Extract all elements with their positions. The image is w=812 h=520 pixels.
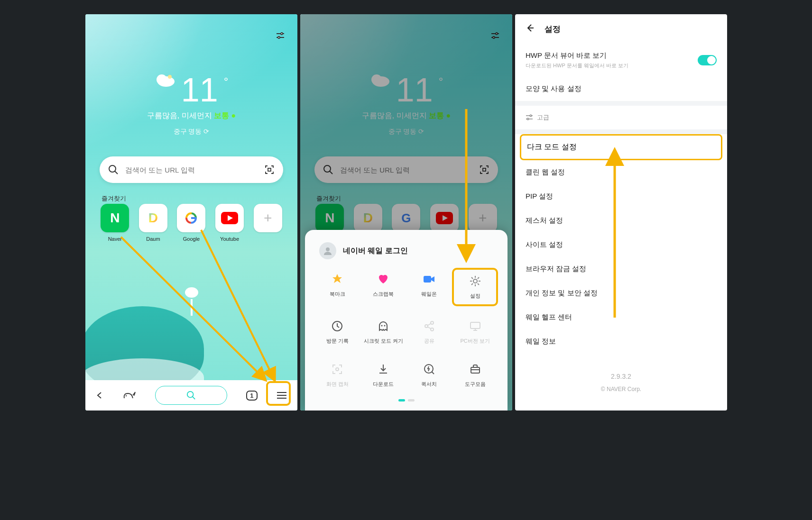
settings-list: 다크 모드 설정클린 웹 설정PIP 설정제스처 설정사이트 설정브라우저 잠금… xyxy=(515,134,727,354)
settings-footer: 2.9.3.2 © NAVER Corp. xyxy=(515,354,727,411)
hwp-title: HWP 문서 뷰어 바로 보기 xyxy=(526,51,628,60)
section-advanced: 고급 xyxy=(515,106,727,129)
menu-item-ghost[interactable]: 시크릿 모드 켜기 xyxy=(360,315,406,349)
svg-rect-53 xyxy=(471,322,480,328)
weather-location[interactable]: 중구 명동 ⟳ xyxy=(85,128,297,136)
copyright-label: © NAVER Corp. xyxy=(515,386,727,392)
setting-row[interactable]: 제스처 설정 xyxy=(515,209,727,233)
monitor-icon xyxy=(469,319,481,333)
svg-point-16 xyxy=(126,395,127,396)
svg-line-58 xyxy=(432,372,434,374)
separator xyxy=(515,101,727,106)
menu-item-toolbox[interactable]: 도구모음 xyxy=(452,358,498,392)
setting-row[interactable]: 브라우저 잠금 설정 xyxy=(515,257,727,281)
google-icon xyxy=(177,204,205,232)
setting-row[interactable]: 사이트 설정 xyxy=(515,233,727,257)
quicksearch-icon xyxy=(423,363,435,376)
menu-item-label: 도구모음 xyxy=(465,381,486,388)
menu-item-gear[interactable]: 설정 xyxy=(452,268,498,306)
youtube-icon xyxy=(215,204,244,232)
search-icon xyxy=(108,164,119,175)
svg-line-51 xyxy=(427,324,431,326)
svg-point-7 xyxy=(109,165,116,172)
svg-point-17 xyxy=(187,392,194,398)
svg-point-47 xyxy=(384,325,386,327)
phone-1-home: 11 ° 구름많음, 미세먼지 보통 ● 중구 명동 ⟳ 즐겨찾기 N Nave… xyxy=(85,14,297,411)
favorite-youtube[interactable]: Youtube xyxy=(214,204,245,242)
favorite-naver[interactable]: N Naver xyxy=(100,204,130,242)
sprout-decoration xyxy=(185,287,199,316)
naver-icon: N xyxy=(101,204,129,232)
search-pill-button[interactable] xyxy=(155,386,227,405)
setting-row[interactable]: PIP 설정 xyxy=(515,184,727,209)
menu-item-label: 북마크 xyxy=(330,291,345,298)
menu-item-video[interactable]: 웨일온 xyxy=(406,268,452,306)
filter-icon[interactable] xyxy=(276,31,285,43)
screenshot-composite: 11 ° 구름많음, 미세먼지 보통 ● 중구 명동 ⟳ 즐겨찾기 N Nave… xyxy=(85,14,727,411)
login-label: 네이버 웨일 로그인 xyxy=(343,246,408,256)
sheet-header[interactable]: 네이버 웨일 로그인 xyxy=(314,239,498,268)
whale-logo-icon[interactable] xyxy=(122,391,136,400)
setting-row[interactable]: 클린 웹 설정 xyxy=(515,160,727,184)
menu-item-heart[interactable]: 스크랩북 xyxy=(360,268,406,306)
favorite-add[interactable]: + xyxy=(252,204,283,242)
setting-row[interactable]: 개인 정보 및 보안 설정 xyxy=(515,281,727,305)
menu-item-download[interactable]: 다운로드 xyxy=(360,358,406,392)
setting-row[interactable]: 웨일 헬프 센터 xyxy=(515,305,727,329)
search-icon xyxy=(186,391,196,400)
favorite-daum[interactable]: D Daum xyxy=(138,204,169,242)
temperature: 11 xyxy=(181,71,218,109)
hwp-subtitle: 다운로드된 HWP 문서를 웨일에서 바로 보기 xyxy=(526,62,628,69)
star-icon xyxy=(331,273,343,286)
menu-item-share: 공유 xyxy=(406,315,452,349)
menu-item-label: 설정 xyxy=(470,292,480,300)
avatar-icon xyxy=(319,242,336,259)
svg-line-18 xyxy=(193,397,195,399)
back-button[interactable] xyxy=(525,23,535,35)
svg-line-8 xyxy=(115,171,118,174)
download-icon xyxy=(377,363,389,376)
video-icon xyxy=(423,273,435,286)
svg-line-42 xyxy=(478,283,479,285)
toolbox-icon xyxy=(469,363,481,376)
phone-3-settings: 설정 HWP 문서 뷰어 바로 보기 다운로드된 HWP 문서를 웨일에서 바로… xyxy=(515,14,727,411)
ghost-icon xyxy=(377,319,389,333)
menu-item-star[interactable]: 북마크 xyxy=(314,268,360,306)
search-bar[interactable] xyxy=(100,156,283,183)
setting-row[interactable]: 웨일 정보 xyxy=(515,329,727,354)
svg-point-5 xyxy=(157,74,167,85)
setting-appearance[interactable]: 모양 및 사용 설정 xyxy=(515,77,727,101)
cloud-icon xyxy=(155,71,175,87)
setting-row[interactable]: 다크 모드 설정 xyxy=(520,134,722,160)
svg-rect-35 xyxy=(424,276,431,283)
menu-item-label: 웨일온 xyxy=(421,291,437,298)
toggle-on[interactable] xyxy=(698,55,717,65)
menu-item-quicksearch[interactable]: 퀵서치 xyxy=(406,358,452,392)
svg-line-52 xyxy=(427,327,431,329)
menu-item-clock[interactable]: 방문 기록 xyxy=(314,315,360,349)
svg-rect-9 xyxy=(268,168,271,171)
settings-header: 설정 xyxy=(515,14,727,44)
menu-sheet: 네이버 웨일 로그인 북마크스크랩북웨일온설정방문 기록시크릿 모드 켜기공유P… xyxy=(305,230,508,411)
gear-icon xyxy=(469,274,481,288)
weather-condition: 구름많음, 미세먼지 보통 ● xyxy=(85,111,297,121)
menu-item-label: 퀵서치 xyxy=(421,381,437,388)
sliders-icon xyxy=(526,114,533,121)
bottom-bar: 1 xyxy=(85,380,297,411)
setting-hwp-viewer[interactable]: HWP 문서 뷰어 바로 보기 다운로드된 HWP 문서를 웨일에서 바로 보기 xyxy=(515,44,727,77)
search-input[interactable] xyxy=(124,165,258,174)
menu-item-label: PC버전 보기 xyxy=(460,338,489,345)
tab-count-button[interactable]: 1 xyxy=(246,391,257,401)
favorite-google[interactable]: Google xyxy=(176,204,207,242)
phone-2-menu-sheet: 11 ° 구름많음, 미세먼지 보통 ● 중구 명동 ⟳ 즐겨찾기 N D G … xyxy=(300,14,512,411)
svg-point-6 xyxy=(168,75,172,79)
menu-grid: 북마크스크랩북웨일온설정방문 기록시크릿 모드 켜기공유PC버전 보기화면 캡처… xyxy=(314,268,498,392)
back-button[interactable] xyxy=(96,392,103,399)
qr-icon[interactable] xyxy=(264,164,275,175)
degree-symbol: ° xyxy=(224,75,229,88)
menu-item-monitor: PC버전 보기 xyxy=(452,315,498,349)
svg-point-63 xyxy=(530,115,532,117)
weather-widget[interactable]: 11 ° 구름많음, 미세먼지 보통 ● 중구 명동 ⟳ xyxy=(85,71,297,136)
svg-point-36 xyxy=(473,279,477,283)
svg-point-46 xyxy=(381,325,383,327)
